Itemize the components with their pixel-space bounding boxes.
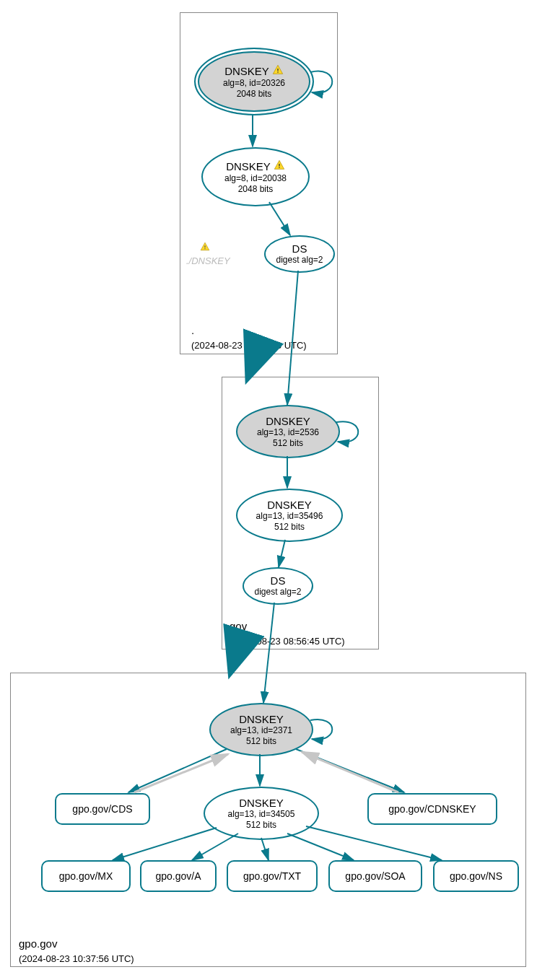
gpo-zsk-title: DNSKEY xyxy=(239,797,284,809)
zone-gov-ts: (2024-08-23 08:56:45 UTC) xyxy=(230,636,345,647)
zone-root-ts: (2024-08-23 06:40:13 UTC) xyxy=(191,340,307,351)
warning-icon xyxy=(200,242,210,254)
gov-zsk-alg: alg=13, id=35496 xyxy=(256,511,323,521)
root-faded-dnskey-text: ./DNSKEY xyxy=(186,255,230,266)
gpo-mx-label: gpo.gov/MX xyxy=(59,870,113,882)
zone-gpo-ts: (2024-08-23 10:37:56 UTC) xyxy=(19,953,134,964)
zone-gov-name: gov xyxy=(230,620,247,632)
gov-zsk-dnskey[interactable]: DNSKEY alg=13, id=35496 512 bits xyxy=(236,489,343,542)
gpo-soa-record[interactable]: gpo.gov/SOA xyxy=(328,860,422,892)
gpo-a-label: gpo.gov/A xyxy=(155,870,201,882)
root-ksk-title: DNSKEY xyxy=(224,65,269,77)
gpo-ksk-bits: 512 bits xyxy=(246,736,276,746)
gpo-a-record[interactable]: gpo.gov/A xyxy=(140,860,217,892)
root-ksk-dnskey[interactable]: DNSKEY alg=8, id=20326 2048 bits xyxy=(194,48,314,115)
gpo-cds-label: gpo.gov/CDS xyxy=(72,803,132,815)
gov-ds-title: DS xyxy=(271,574,286,587)
gov-ds[interactable]: DS digest alg=2 xyxy=(243,567,313,605)
root-ksk-alg: alg=8, id=20326 xyxy=(223,78,285,88)
root-zsk-title: DNSKEY xyxy=(226,160,271,172)
gpo-ksk-dnskey[interactable]: DNSKEY alg=13, id=2371 512 bits xyxy=(209,703,313,756)
svg-rect-0 xyxy=(277,69,278,71)
gpo-cds-record[interactable]: gpo.gov/CDS xyxy=(55,793,150,825)
zone-gpo-label: gpo.gov (2024-08-23 10:37:56 UTC) xyxy=(19,937,134,965)
gpo-ns-record[interactable]: gpo.gov/NS xyxy=(433,860,519,892)
gpo-cdnskey-label: gpo.gov/CDNSKEY xyxy=(388,803,476,815)
warning-icon xyxy=(272,64,284,78)
root-ds-alg: digest alg=2 xyxy=(276,255,323,265)
gov-zsk-bits: 512 bits xyxy=(274,522,305,532)
gpo-ns-label: gpo.gov/NS xyxy=(450,870,502,882)
gpo-soa-label: gpo.gov/SOA xyxy=(345,870,405,882)
gpo-ksk-alg: alg=13, id=2371 xyxy=(230,725,292,735)
svg-rect-5 xyxy=(204,248,205,249)
gov-ksk-alg: alg=13, id=2536 xyxy=(257,427,319,437)
gpo-ksk-title: DNSKEY xyxy=(239,713,284,725)
gpo-txt-label: gpo.gov/TXT xyxy=(243,870,301,882)
gpo-zsk-alg: alg=13, id=34505 xyxy=(228,809,295,819)
root-ds-title: DS xyxy=(292,242,307,255)
zone-root-name: . xyxy=(191,324,194,336)
gov-zsk-title: DNSKEY xyxy=(267,499,312,511)
root-zsk-alg: alg=8, id=20038 xyxy=(224,173,287,183)
gpo-zsk-dnskey[interactable]: DNSKEY alg=13, id=34505 512 bits xyxy=(204,787,319,840)
gpo-txt-record[interactable]: gpo.gov/TXT xyxy=(227,860,318,892)
root-ds[interactable]: DS digest alg=2 xyxy=(264,235,335,273)
gov-ksk-bits: 512 bits xyxy=(273,438,303,448)
zone-gpo-name: gpo.gov xyxy=(19,937,57,950)
root-zsk-bits: 2048 bits xyxy=(238,184,274,194)
gpo-zsk-bits: 512 bits xyxy=(246,820,276,830)
zone-gov-label: gov (2024-08-23 08:56:45 UTC) xyxy=(230,619,345,647)
gpo-mx-record[interactable]: gpo.gov/MX xyxy=(41,860,131,892)
svg-rect-2 xyxy=(279,164,279,166)
root-ksk-bits: 2048 bits xyxy=(237,89,272,99)
svg-rect-4 xyxy=(204,245,205,248)
zone-root-label: . (2024-08-23 06:40:13 UTC) xyxy=(191,323,307,351)
svg-rect-1 xyxy=(277,71,278,72)
root-zsk-dnskey[interactable]: DNSKEY alg=8, id=20038 2048 bits xyxy=(201,147,310,206)
svg-rect-3 xyxy=(279,167,279,167)
warning-icon xyxy=(274,159,285,173)
gov-ksk-title: DNSKEY xyxy=(266,415,310,427)
gov-ds-alg: digest alg=2 xyxy=(254,587,301,597)
gpo-cdnskey-record[interactable]: gpo.gov/CDNSKEY xyxy=(367,793,497,825)
gov-ksk-dnskey[interactable]: DNSKEY alg=13, id=2536 512 bits xyxy=(236,405,340,458)
